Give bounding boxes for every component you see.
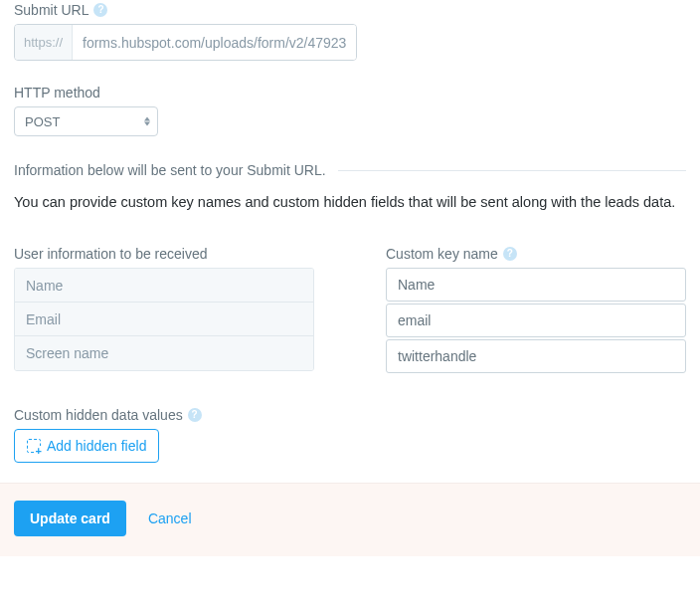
list-item: Screen name [15, 336, 313, 370]
user-info-list: Name Email Screen name [14, 268, 314, 371]
info-text: You can provide custom key names and cus… [14, 192, 686, 212]
list-item: Name [15, 269, 313, 303]
add-hidden-field-label: Add hidden field [47, 438, 146, 454]
submit-url-group: https:// [14, 24, 357, 61]
add-icon [27, 439, 41, 453]
divider-line [338, 170, 686, 171]
update-card-button[interactable]: Update card [14, 501, 126, 536]
list-item: Email [15, 303, 313, 336]
submit-url-input[interactable] [73, 25, 356, 60]
cancel-button[interactable]: Cancel [148, 510, 192, 526]
add-hidden-field-button[interactable]: Add hidden field [14, 429, 159, 463]
custom-key-label: Custom key name [386, 246, 498, 262]
help-icon[interactable]: ? [503, 247, 517, 261]
http-method-select[interactable]: POST [14, 106, 158, 136]
help-icon[interactable]: ? [93, 3, 107, 17]
submit-url-prefix: https:// [15, 25, 73, 60]
hidden-data-label: Custom hidden data values [14, 407, 183, 423]
section-divider-text: Information below will be sent to your S… [14, 162, 326, 178]
custom-key-input[interactable] [386, 339, 686, 373]
help-icon[interactable]: ? [188, 408, 202, 422]
footer: Update card Cancel [0, 483, 700, 556]
custom-key-input[interactable] [386, 268, 686, 302]
custom-key-input[interactable] [386, 304, 686, 337]
user-info-label: User information to be received [14, 246, 208, 262]
http-method-label: HTTP method [14, 85, 100, 101]
submit-url-label: Submit URL [14, 2, 88, 18]
